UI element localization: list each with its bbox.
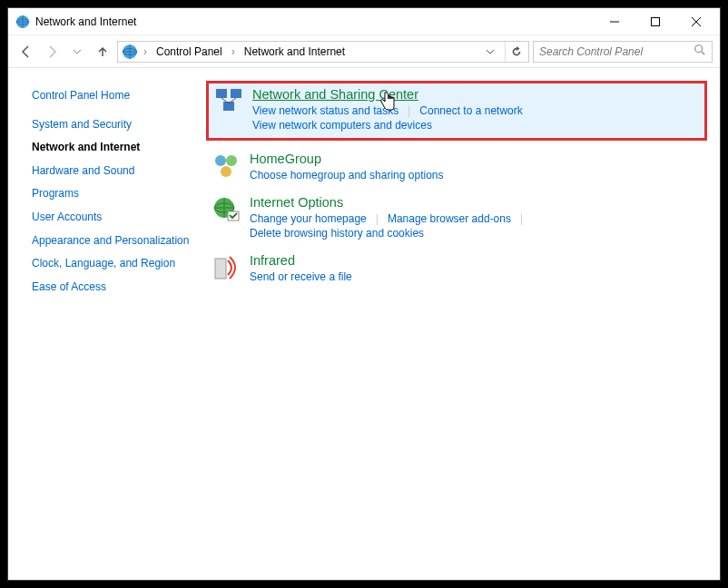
search-box[interactable] (533, 41, 713, 63)
svg-line-9 (702, 52, 705, 55)
forward-button[interactable] (41, 41, 63, 63)
chevron-right-icon[interactable]: › (142, 45, 149, 58)
search-icon[interactable] (694, 44, 706, 59)
sublink-connect-to-network[interactable]: Connect to a network (419, 103, 522, 118)
content-area: Control Panel Home System and Security N… (8, 68, 720, 580)
network-internet-icon (15, 15, 30, 29)
svg-point-17 (221, 166, 231, 177)
category-homegroup: HomeGroup Choose homegroup and sharing o… (204, 146, 713, 190)
svg-rect-21 (215, 259, 226, 279)
navbar: › Control Panel › Network and Internet (8, 35, 720, 68)
sidebar-item-ease-of-access[interactable]: Ease of Access (32, 276, 195, 299)
recent-dropdown-icon[interactable] (66, 41, 88, 63)
chevron-right-icon[interactable]: › (230, 45, 237, 58)
category-network-sharing-center: Network and Sharing Center View network … (206, 81, 707, 141)
refresh-button[interactable] (505, 42, 526, 62)
sidebar: Control Panel Home System and Security N… (8, 79, 204, 580)
separator: | (511, 212, 532, 225)
main-panel: Network and Sharing Center View network … (204, 79, 720, 580)
sidebar-item-programs[interactable]: Programs (32, 182, 195, 206)
svg-point-16 (226, 155, 237, 166)
address-bar[interactable]: › Control Panel › Network and Internet (117, 41, 529, 63)
svg-rect-10 (216, 89, 227, 98)
category-infrared: Infrared Send or receive a file (204, 248, 713, 291)
category-internet-options: Internet Options Change your homepage | … (204, 190, 713, 248)
network-sharing-center-icon[interactable] (214, 87, 243, 116)
category-title-network-sharing-center[interactable]: Network and Sharing Center (252, 87, 418, 103)
sublink-change-homepage[interactable]: Change your homepage (250, 211, 367, 226)
titlebar: Network and Internet (8, 8, 720, 35)
window-title: Network and Internet (35, 15, 594, 28)
maximize-button[interactable] (635, 9, 675, 34)
sidebar-item-hardware-sound[interactable]: Hardware and Sound (32, 160, 195, 183)
sidebar-item-clock-language-region[interactable]: Clock, Language, and Region (32, 252, 195, 276)
sublink-manage-addons[interactable]: Manage browser add-ons (388, 211, 511, 226)
sidebar-item-appearance-personalization[interactable]: Appearance and Personalization (32, 230, 195, 253)
svg-rect-3 (651, 17, 659, 25)
up-button[interactable] (92, 41, 113, 63)
sublink-send-receive-file[interactable]: Send or receive a file (250, 270, 352, 284)
infrared-icon[interactable] (212, 253, 241, 282)
separator: | (367, 212, 388, 225)
window-controls (594, 9, 716, 34)
breadcrumb-current[interactable]: Network and Internet (241, 44, 349, 60)
chevron-down-icon[interactable] (483, 41, 497, 63)
sidebar-item-control-panel-home[interactable]: Control Panel Home (32, 84, 195, 108)
close-button[interactable] (675, 9, 716, 34)
sidebar-item-network-internet[interactable]: Network and Internet (32, 136, 195, 160)
category-title-infrared[interactable]: Infrared (250, 253, 295, 270)
sublink-delete-browsing-history[interactable]: Delete browsing history and cookies (250, 226, 424, 240)
separator: | (398, 104, 419, 117)
svg-rect-11 (231, 89, 241, 98)
sublink-view-network-computers[interactable]: View network computers and devices (252, 118, 432, 132)
svg-point-8 (695, 45, 703, 53)
breadcrumb-root[interactable]: Control Panel (152, 44, 226, 60)
sidebar-item-user-accounts[interactable]: User Accounts (32, 206, 195, 230)
category-title-homegroup[interactable]: HomeGroup (250, 152, 321, 168)
svg-point-15 (215, 155, 226, 166)
homegroup-icon[interactable] (212, 152, 241, 181)
sublink-view-network-status[interactable]: View network status and tasks (252, 103, 398, 118)
sublink-choose-homegroup-options[interactable]: Choose homegroup and sharing options (250, 168, 443, 182)
minimize-button[interactable] (594, 9, 635, 34)
internet-options-icon[interactable] (212, 195, 241, 224)
category-title-internet-options[interactable]: Internet Options (250, 195, 343, 211)
sidebar-item-system-security[interactable]: System and Security (32, 113, 195, 137)
control-panel-window: Network and Internet › Control Panel › (7, 7, 721, 581)
network-internet-icon (122, 44, 138, 60)
search-input[interactable] (539, 45, 694, 58)
back-button[interactable] (15, 41, 37, 63)
